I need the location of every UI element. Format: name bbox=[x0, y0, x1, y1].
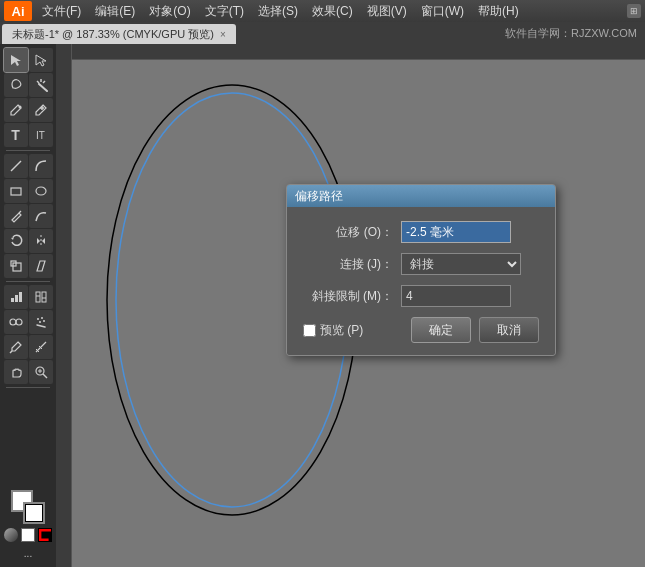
ok-button[interactable]: 确定 bbox=[411, 317, 471, 343]
svg-marker-1 bbox=[36, 55, 46, 66]
selection-tool[interactable] bbox=[4, 48, 28, 72]
svg-line-4 bbox=[37, 81, 39, 83]
menu-bar: 文件(F) 编辑(E) 对象(O) 文字(T) 选择(S) 效果(C) 视图(V… bbox=[36, 1, 627, 22]
tab-close-button[interactable]: × bbox=[220, 29, 226, 40]
dialog-title: 偏移路径 bbox=[295, 188, 343, 205]
svg-point-28 bbox=[41, 317, 43, 319]
svg-line-3 bbox=[43, 81, 45, 83]
dialog-titlebar[interactable]: 偏移路径 bbox=[287, 185, 555, 207]
direct-selection-tool[interactable] bbox=[29, 48, 53, 72]
bar-chart-tool[interactable] bbox=[4, 285, 28, 309]
svg-rect-23 bbox=[42, 292, 46, 302]
svg-rect-21 bbox=[36, 292, 40, 302]
separator-2 bbox=[6, 281, 50, 282]
svg-marker-0 bbox=[11, 55, 21, 66]
magic-wand-tool[interactable] bbox=[29, 73, 53, 97]
join-select[interactable]: 斜接 圆角 斜角 bbox=[401, 253, 521, 275]
svg-line-8 bbox=[11, 161, 21, 171]
tool-row-12 bbox=[4, 335, 53, 359]
tool-row-2 bbox=[4, 73, 53, 97]
ruler-vertical bbox=[56, 44, 72, 567]
dialog-body: 位移 (O)： 连接 (J)： 斜接 圆角 斜角 斜接限制 (M)： bbox=[287, 207, 555, 355]
menu-effect[interactable]: 效果(C) bbox=[306, 1, 359, 22]
menu-type[interactable]: 文字(T) bbox=[199, 1, 250, 22]
separator-1 bbox=[6, 150, 50, 151]
miter-label: 斜接限制 (M)： bbox=[303, 288, 393, 305]
join-label: 连接 (J)： bbox=[303, 256, 393, 273]
zoom-tool[interactable] bbox=[29, 360, 53, 384]
measure-tool[interactable] bbox=[29, 335, 53, 359]
tab-bar: 未标题-1* @ 187.33% (CMYK/GPU 预览) × 软件自学网：R… bbox=[0, 22, 645, 44]
tool-row-3 bbox=[4, 98, 53, 122]
offset-input[interactable] bbox=[401, 221, 511, 243]
svg-point-25 bbox=[10, 319, 16, 325]
scale-tool[interactable] bbox=[4, 254, 28, 278]
svg-point-5 bbox=[18, 106, 21, 109]
symbol-sprayer-tool[interactable] bbox=[29, 310, 53, 334]
svg-point-27 bbox=[37, 318, 39, 320]
svg-point-29 bbox=[39, 321, 41, 323]
menu-object[interactable]: 对象(O) bbox=[143, 1, 196, 22]
offset-path-dialog: 偏移路径 位移 (O)： 连接 (J)： 斜接 圆角 斜角 bbox=[286, 184, 556, 356]
preview-label[interactable]: 预览 (P) bbox=[320, 322, 363, 339]
white-swatch[interactable] bbox=[21, 528, 35, 542]
line-tool[interactable] bbox=[4, 154, 28, 178]
tool-row-9 bbox=[4, 254, 53, 278]
svg-rect-20 bbox=[19, 292, 22, 302]
color-area: ... bbox=[0, 486, 56, 563]
menu-view[interactable]: 视图(V) bbox=[361, 1, 413, 22]
add-anchor-tool[interactable] bbox=[29, 98, 53, 122]
preview-checkbox[interactable] bbox=[303, 324, 316, 337]
menu-file[interactable]: 文件(F) bbox=[36, 1, 87, 22]
rectangle-tool[interactable] bbox=[4, 179, 28, 203]
stroke-swatch[interactable] bbox=[23, 502, 45, 524]
blend-tool[interactable] bbox=[4, 310, 28, 334]
toolbar: T IT bbox=[0, 44, 56, 567]
menu-window[interactable]: 窗口(W) bbox=[415, 1, 470, 22]
type-tool[interactable]: T bbox=[4, 123, 28, 147]
lasso-tool[interactable] bbox=[4, 73, 28, 97]
shear-tool[interactable] bbox=[29, 254, 53, 278]
ellipse-tool[interactable] bbox=[29, 179, 53, 203]
reflect-tool[interactable] bbox=[29, 229, 53, 253]
fill-stroke-swatches[interactable] bbox=[11, 490, 45, 524]
color-icon[interactable] bbox=[4, 528, 18, 542]
more-tools[interactable]: ... bbox=[24, 548, 32, 559]
svg-marker-12 bbox=[11, 237, 14, 240]
pen-tool[interactable] bbox=[4, 98, 28, 122]
area-type-tool[interactable]: IT bbox=[29, 123, 53, 147]
rotate-tool[interactable] bbox=[4, 229, 28, 253]
arc-tool[interactable] bbox=[29, 154, 53, 178]
pencil-tool[interactable] bbox=[4, 204, 28, 228]
svg-rect-18 bbox=[11, 298, 14, 302]
active-tab[interactable]: 未标题-1* @ 187.33% (CMYK/GPU 预览) × bbox=[2, 24, 236, 44]
window-controls: ⊞ bbox=[627, 4, 641, 18]
grid-icon[interactable]: ⊞ bbox=[627, 4, 641, 18]
hand-tool[interactable] bbox=[4, 360, 28, 384]
tool-row-4: T IT bbox=[4, 123, 53, 147]
tab-label: 未标题-1* @ 187.33% (CMYK/GPU 预览) bbox=[12, 27, 214, 42]
svg-line-36 bbox=[43, 374, 47, 378]
tool-row-7 bbox=[4, 204, 53, 228]
svg-rect-9 bbox=[11, 188, 21, 195]
smooth-tool[interactable] bbox=[29, 204, 53, 228]
svg-line-11 bbox=[19, 211, 21, 213]
eyedropper-tool[interactable] bbox=[4, 335, 28, 359]
svg-rect-19 bbox=[15, 295, 18, 302]
separator-3 bbox=[6, 387, 50, 388]
svg-marker-15 bbox=[42, 238, 45, 244]
menu-help[interactable]: 帮助(H) bbox=[472, 1, 525, 22]
canvas-area: 偏移路径 位移 (O)： 连接 (J)： 斜接 圆角 斜角 bbox=[56, 44, 645, 567]
svg-point-26 bbox=[16, 319, 22, 325]
cancel-button[interactable]: 取消 bbox=[479, 317, 539, 343]
black-swatch[interactable] bbox=[38, 528, 52, 542]
menu-edit[interactable]: 编辑(E) bbox=[89, 1, 141, 22]
ruler-horizontal bbox=[56, 44, 645, 60]
stacked-bar-tool[interactable] bbox=[29, 285, 53, 309]
dialog-buttons: 确定 取消 bbox=[411, 317, 539, 343]
top-right-info: 软件自学网：RJZXW.COM bbox=[505, 22, 645, 44]
tool-row-13 bbox=[4, 360, 53, 384]
menu-select[interactable]: 选择(S) bbox=[252, 1, 304, 22]
offset-row: 位移 (O)： bbox=[303, 221, 539, 243]
miter-input[interactable] bbox=[401, 285, 511, 307]
